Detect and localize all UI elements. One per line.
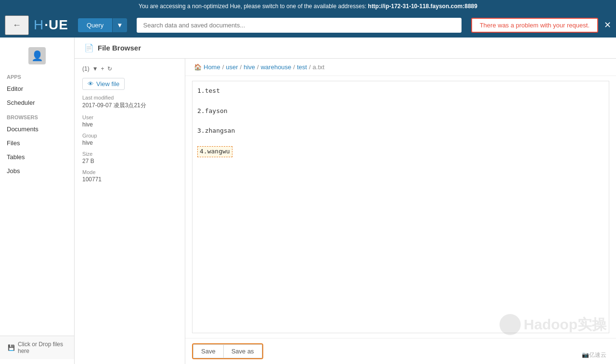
user-avatar: 👤 — [0, 42, 74, 69]
toolbar-icon-down: ▼ — [92, 65, 98, 72]
search-input[interactable] — [137, 18, 462, 33]
logo: H ·UE — [34, 17, 68, 33]
breadcrumb-home[interactable]: Home — [204, 63, 220, 71]
view-file-button[interactable]: 👁 View file — [82, 78, 125, 90]
app-header: ← H ·UE Query ▼ There was a problem with… — [0, 13, 616, 38]
query-dropdown-button[interactable]: ▼ — [112, 18, 127, 32]
avatar-icon: 👤 — [28, 47, 46, 64]
file-line-highlighted: 4.wangwu — [197, 146, 232, 157]
top-banner: You are accessing a non-optimized Hue, p… — [0, 0, 616, 13]
banner-text: You are accessing a non-optimized Hue, p… — [139, 3, 368, 10]
breadcrumb-sep-1: / — [240, 63, 242, 71]
breadcrumb-test[interactable]: test — [297, 63, 307, 71]
sidebar-item-jobs[interactable]: Jobs — [0, 164, 74, 178]
save-row: Save Save as — [185, 338, 616, 364]
drop-label: Click or Drop files here — [18, 341, 66, 354]
user-label: User — [82, 114, 177, 120]
back-button[interactable]: ← — [5, 15, 29, 35]
group-value: hive — [82, 139, 177, 146]
last-modified-label: Last modified — [82, 95, 177, 100]
toolbar-icon-add: + — [101, 65, 104, 72]
breadcrumb-hive[interactable]: hive — [244, 63, 255, 71]
mode-value: 100771 — [82, 176, 177, 183]
group-label: Group — [82, 133, 177, 138]
sidebar-item-tables[interactable]: Tables — [0, 150, 74, 164]
sidebar-item-documents[interactable]: Documents — [0, 122, 74, 136]
search-bar — [137, 18, 462, 33]
error-alert: There was a problem with your request. — [471, 18, 598, 33]
size-value: 27 B — [82, 158, 177, 164]
breadcrumb-sep-0: / — [222, 63, 224, 71]
file-count-label: (1) — [82, 65, 90, 72]
sidebar: 👤 Apps Editor Scheduler Browsers Documen… — [0, 38, 75, 364]
toolbar-icon-refresh: ↻ — [107, 65, 112, 72]
yiyun-watermark: 📷亿速云 — [582, 351, 606, 359]
save-as-button[interactable]: Save as — [224, 344, 262, 358]
file-browser-icon: 📄 — [84, 43, 94, 52]
breadcrumb-filename: a.txt — [313, 63, 325, 71]
file-line: 1.test — [197, 86, 604, 96]
breadcrumb-sep-4: / — [309, 63, 311, 71]
save-button-group: Save Save as — [192, 343, 263, 359]
breadcrumb-sep-2: / — [257, 63, 259, 71]
close-error-button[interactable]: ✕ — [604, 20, 611, 30]
view-file-icon: 👁 — [88, 80, 94, 88]
logo-text: ·UE — [44, 17, 68, 33]
user-value: hive — [82, 121, 177, 128]
home-icon: 🏠 — [194, 63, 202, 71]
mode-label: Mode — [82, 169, 177, 175]
sidebar-item-files[interactable]: Files — [0, 136, 74, 150]
banner-link[interactable]: http://ip-172-31-10-118.fayson.com:8889 — [368, 3, 477, 10]
toolbar-row: (1) ▼ + ↻ — [82, 65, 177, 72]
yiyun-text: 📷亿速云 — [582, 351, 606, 358]
logo-icon: H — [34, 17, 43, 33]
file-line: 2.fayson — [197, 106, 604, 116]
breadcrumb-sep-3: / — [293, 63, 295, 71]
save-button[interactable]: Save — [193, 344, 224, 358]
file-line: 3.zhangsan — [197, 126, 604, 136]
sidebar-item-scheduler[interactable]: Scheduler — [0, 96, 74, 110]
file-browser-body: (1) ▼ + ↻ 👁 View file Last modified 2017… — [75, 59, 616, 364]
sidebar-item-editor[interactable]: Editor — [0, 82, 74, 96]
drop-icon: 💾 — [8, 344, 15, 351]
query-button[interactable]: Query — [78, 18, 112, 32]
main-content: 📄 File Browser (1) ▼ + ↻ 👁 View file Las… — [75, 38, 616, 364]
file-info-panel: (1) ▼ + ↻ 👁 View file Last modified 2017… — [75, 59, 185, 364]
query-btn-group: Query ▼ — [78, 18, 127, 32]
file-browser-header: 📄 File Browser — [75, 38, 616, 59]
browsers-section-label: Browsers — [0, 110, 74, 122]
breadcrumb-warehouse[interactable]: warehouse — [261, 63, 292, 71]
last-modified-value: 2017-09-07 凌晨3点21分 — [82, 101, 177, 110]
drop-zone[interactable]: 💾 Click or Drop files here — [0, 336, 74, 359]
breadcrumb-user[interactable]: user — [226, 63, 238, 71]
main-layout: 👤 Apps Editor Scheduler Browsers Documen… — [0, 38, 616, 364]
file-content-panel: 🏠 Home / user / hive / warehouse / test … — [185, 59, 616, 364]
file-browser-title: File Browser — [98, 44, 141, 52]
apps-section-label: Apps — [0, 69, 74, 82]
size-label: Size — [82, 151, 177, 157]
breadcrumb: 🏠 Home / user / hive / warehouse / test … — [185, 59, 616, 76]
file-editor[interactable]: 1.test2.fayson3.zhangsan4.wangwu — [192, 81, 609, 333]
